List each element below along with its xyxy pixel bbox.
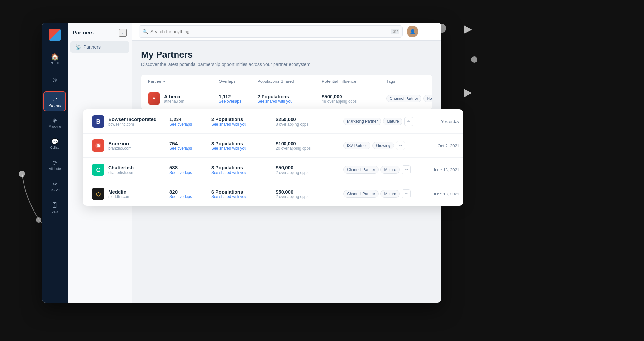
sidebar-item-mapping-label: Mapping [49,125,61,128]
branzino-partnered-date: Oct 2, 2021 [418,143,459,148]
partner-domain-chatterfish: chatterfish.com [108,170,134,175]
partner-details-bowser: Bowser Incorporated bowserinc.com [108,117,157,127]
svg-text:C: C [96,167,101,173]
partner-logo-meddlin: ⬡ [92,188,104,200]
partner-info-branzino: ⊕ Branzino branzino.com [92,139,169,152]
chatterfish-tags: Channel Partner Mature ✏ [343,165,418,174]
app-logo [48,28,62,42]
bowser-tags: Marketing Partner Mature ✏ [343,117,418,126]
sidebar-item-home-label: Home [51,61,59,65]
branzino-tag-edit-button[interactable]: ✏ [396,141,405,150]
partner-logo-branzino: ⊕ [92,139,104,152]
tag-channel-partner-cf: Channel Partner [343,166,379,174]
floating-card: B Bowser Incorporated bowserinc.com 1,23… [83,109,463,206]
svg-marker-5 [464,25,472,34]
sidebar-collapse-button[interactable]: ‹ [119,29,127,37]
athena-influence: $500,000 48 overlapping opps [322,94,386,104]
sidebar-secondary-title: Partners [73,30,94,36]
chatterfish-populations: 3 Populations See shared with you [211,165,276,175]
partner-name-bowser: Bowser Incorporated [108,117,157,122]
branzino-populations: 3 Populations See shared with you [211,141,276,151]
bowser-populations-link[interactable]: See shared with you [211,122,276,127]
branzino-influence: $100,000 20 overlapping opps [276,141,343,151]
svg-point-0 [19,171,25,177]
chatterfish-influence: $50,000 2 overlapping opps [276,165,343,175]
partner-name-athena: Athena [164,94,184,99]
athena-populations: 2 Populations See shared with you [257,94,322,104]
meddlin-tag-edit-button[interactable]: ✏ [402,189,411,198]
network-icon: ◎ [52,77,57,82]
chatterfish-overlaps: 588 See overlaps [169,165,211,175]
meddlin-tags: Channel Partner Mature ✏ [343,189,418,198]
attribute-icon: ⟳ [53,160,57,166]
sidebar-partners-item[interactable]: 📡 Partners [70,41,129,53]
branzino-populations-link[interactable]: See shared with you [211,146,276,151]
tag-mature-cf: Mature [380,166,399,174]
chatterfish-tag-edit-button[interactable]: ✏ [402,165,411,174]
table-row: C Chatterfish chatterfish.com 588 See ov… [83,158,463,182]
tag-marketing-partner: Marketing Partner [343,118,381,125]
user-avatar[interactable]: 👤 [407,26,418,37]
athena-populations-link[interactable]: See shared with you [257,99,322,104]
svg-point-1 [36,217,41,223]
tag-growing: Growing [372,142,394,149]
partner-logo-athena: A [148,92,160,105]
meddlin-overlaps-link[interactable]: See overlaps [169,194,211,199]
chatterfish-overlaps-link[interactable]: See overlaps [169,170,211,175]
sidebar-item-data[interactable]: 🗄 Data [43,198,66,218]
partners-nav-icon: 📡 [75,44,81,50]
meddlin-influence: $50,000 2 overlapping opps [276,189,343,199]
branzino-tags: ISV Partner Growing ✏ [343,141,418,150]
sidebar-item-cosell[interactable]: ✂ Co-Sell [43,176,66,196]
partner-domain-athena: athena.com [164,99,184,104]
home-icon: 🏠 [51,53,59,60]
sidebar-item-partners-label: Partners [49,104,61,107]
sidebar-item-cosell-label: Co-Sell [50,188,60,192]
partners-icon: ⇌ [52,96,58,102]
table-row: ⬡ Meddlin meddlin.com 820 See overlaps 6… [83,182,463,206]
chatterfish-partnered-date: June 13, 2021 [418,167,459,172]
partner-details-chatterfish: Chatterfish chatterfish.com [108,165,134,175]
bowser-tag-edit-button[interactable]: ✏ [404,117,413,126]
athena-tags: Channel Partner New ✏ [386,94,432,103]
partner-info-chatterfish: C Chatterfish chatterfish.com [92,164,169,176]
chatterfish-populations-link[interactable]: See shared with you [211,170,276,175]
partner-details-branzino: Branzino branzino.com [108,141,131,151]
logo-icon [49,29,61,41]
table-row: B Bowser Incorporated bowserinc.com 1,23… [83,109,463,134]
partner-info-bowser: B Bowser Incorporated bowserinc.com [92,115,169,128]
partner-info-athena: A Athena athena.com [148,92,219,105]
branzino-overlaps-link[interactable]: See overlaps [169,146,211,151]
svg-text:B: B [96,118,101,125]
sidebar-item-home[interactable]: 🏠 Home [43,49,66,69]
partner-logo-chatterfish: C [92,164,104,176]
topbar: 🔍 ⌘/ 👤 [132,23,441,41]
branzino-overlaps: 754 See overlaps [169,141,211,151]
sidebar-item-attribute[interactable]: ⟳ Attribute [43,155,66,175]
search-shortcut: ⌘/ [391,29,399,34]
sidebar-item-collab-label: Collab [50,146,59,149]
partner-details-meddlin: Meddlin meddlin.com [108,189,130,199]
page-subtitle: Discover the latest potential partnershi… [141,62,432,67]
meddlin-populations-link[interactable]: See shared with you [211,194,276,199]
tag-mature-bowser: Mature [383,118,402,125]
athena-overlaps-link[interactable]: See overlaps [219,99,257,104]
bowser-overlaps-link[interactable]: See overlaps [169,122,211,127]
sidebar-item-partners[interactable]: ⇌ Partners [43,91,66,111]
athena-overlaps: 1,112 See overlaps [219,94,257,104]
sidebar-dark: 🏠 Home ◎ ⇌ Partners ◈ Mapping 💬 Collab ⟳… [42,23,68,303]
sidebar-item-mapping[interactable]: ◈ Mapping [43,113,66,133]
tag-isv-partner: ISV Partner [343,142,370,149]
bowser-populations: 2 Populations See shared with you [211,117,276,127]
user-avatar-initials: 👤 [410,29,415,34]
col-influence: Potential Influence [322,79,386,84]
partner-details-athena: Athena athena.com [164,94,184,104]
partner-name-chatterfish: Chatterfish [108,165,134,170]
sidebar-item-network[interactable]: ◎ [43,70,66,90]
col-overlaps: Overlaps [219,79,257,84]
meddlin-overlaps: 820 See overlaps [169,189,211,199]
sidebar-item-collab[interactable]: 💬 Collab [43,134,66,154]
search-input[interactable] [139,25,403,38]
col-tags: Tags [386,79,432,84]
search-icon: 🔍 [142,29,148,34]
